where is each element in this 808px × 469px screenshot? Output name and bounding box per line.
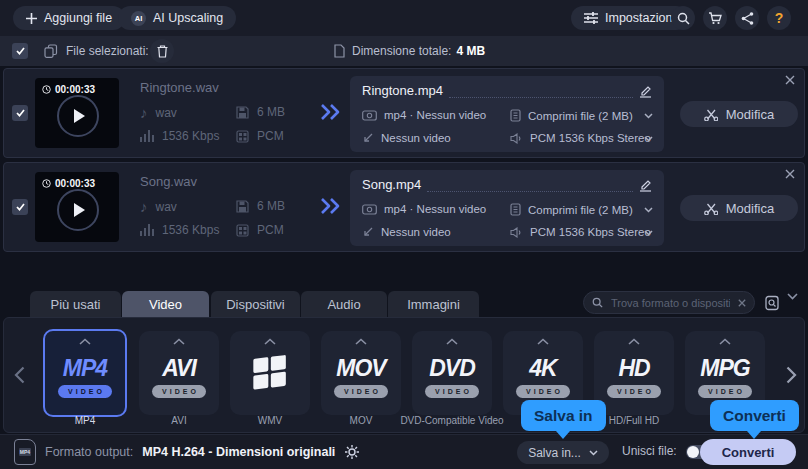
compress-value: Comprimi file (2 MB) — [528, 204, 633, 216]
output-video-value: Nessun video — [381, 226, 451, 238]
compress-file-dropdown[interactable]: Comprimi file (2 MB) — [510, 109, 633, 122]
tab-video[interactable]: Video — [122, 291, 209, 318]
tab-label: Video — [149, 297, 182, 312]
audio-settings-dropdown[interactable]: PCM 1536 Kbps Stereo — [510, 132, 651, 144]
cart-icon — [708, 12, 722, 25]
merge-files-label: Unisci file: — [622, 444, 677, 458]
collapse-panel-chevron[interactable] — [787, 293, 798, 300]
pencil-icon[interactable] — [639, 84, 652, 98]
output-video-info: Nessun video — [362, 132, 451, 144]
format-tile-hd[interactable]: HD VIDEO — [594, 331, 674, 415]
source-bitrate: 1536 Kbps — [140, 223, 219, 237]
source-size-value: 6 MB — [257, 105, 285, 119]
search-button[interactable] — [671, 6, 695, 30]
scissors-icon — [704, 108, 718, 121]
music-note-icon: ♪ — [140, 198, 148, 215]
share-icon — [741, 12, 754, 25]
output-name-field[interactable]: Ringtone.mp4 — [362, 83, 652, 98]
audio-settings-value: PCM 1536 Kbps Stereo — [530, 132, 651, 144]
clock-icon — [42, 179, 51, 188]
check-icon — [16, 203, 25, 211]
browse-formats-button[interactable] — [760, 291, 784, 315]
select-all-checkbox[interactable] — [12, 43, 28, 59]
help-button[interactable]: ? — [767, 6, 791, 30]
search-input[interactable] — [609, 296, 732, 310]
gear-icon[interactable] — [344, 444, 360, 460]
edit-button[interactable]: Modifica — [680, 101, 798, 127]
share-button[interactable] — [735, 6, 759, 30]
chevron-up-icon — [264, 338, 276, 345]
source-size-value: 6 MB — [257, 199, 285, 213]
media-thumbnail[interactable]: 00:00:33 — [35, 172, 119, 242]
footer-bar: MP4 Formato output: MP4 H.264 - Dimensio… — [0, 434, 808, 469]
top-toolbar: Aggiungi file AI AI Upscaling Impostazio… — [0, 0, 808, 36]
format-badge: VIDEO — [425, 385, 479, 398]
codec-icon — [236, 224, 249, 237]
convert-button[interactable]: Converti — [700, 439, 796, 465]
tab-immagini[interactable]: Immagini — [388, 291, 479, 318]
toggle-knob — [687, 446, 699, 458]
eq-bars-icon — [140, 224, 154, 236]
check-icon — [16, 47, 25, 55]
format-logo: DVD — [412, 355, 492, 382]
audio-settings-value: PCM 1536 Kbps Stereo — [530, 226, 651, 238]
format-badge: VIDEO — [152, 385, 206, 398]
output-format-value: mp4 · Nessun video — [384, 203, 486, 215]
format-tile-wmv[interactable] — [230, 331, 310, 415]
music-note-icon: ♪ — [140, 104, 148, 121]
pencil-icon[interactable] — [639, 178, 652, 192]
audio-settings-dropdown[interactable]: PCM 1536 Kbps Stereo — [510, 226, 651, 238]
source-size: 6 MB — [236, 199, 285, 213]
tab-piu-usati[interactable]: Più usati — [30, 291, 121, 318]
add-file-button[interactable]: Aggiungi file — [13, 6, 125, 30]
tab-label: Più usati — [51, 297, 101, 312]
chevron-down-icon — [589, 450, 598, 456]
tab-label: Dispositivi — [226, 297, 285, 312]
chevron-up-icon — [719, 338, 731, 345]
source-size: 6 MB — [236, 105, 285, 119]
format-badge: VIDEO — [58, 385, 112, 398]
source-file-name: Ringtone.wav — [140, 80, 219, 95]
callout-save-label: Salva in — [534, 407, 593, 424]
output-format-info: mp4 · Nessun video — [362, 109, 486, 121]
compress-value: Comprimi file (2 MB) — [528, 110, 633, 122]
callout-converti: Converti — [710, 400, 799, 431]
total-size-status: Dimensione totale: 4 MB — [352, 44, 485, 58]
close-icon[interactable] — [785, 169, 795, 179]
clear-search-icon[interactable] — [738, 299, 746, 307]
ai-upscaling-button[interactable]: AI AI Upscaling — [118, 6, 236, 30]
format-tile-mov[interactable]: MOV VIDEO — [321, 331, 401, 415]
format-search-field[interactable] — [583, 291, 755, 314]
edit-button[interactable]: Modifica — [680, 195, 798, 221]
compress-file-dropdown[interactable]: Comprimi file (2 MB) — [510, 203, 633, 216]
close-icon[interactable] — [785, 75, 795, 85]
chevron-down-icon[interactable] — [644, 207, 653, 213]
cart-button[interactable] — [703, 6, 727, 30]
row-checkbox[interactable] — [12, 105, 28, 121]
carousel-right-arrow[interactable] — [786, 366, 797, 384]
format-tile-avi[interactable]: AVI VIDEO — [139, 331, 219, 415]
delete-files-button[interactable] — [150, 39, 174, 63]
chevron-down-icon[interactable] — [644, 136, 653, 142]
media-thumbnail[interactable]: 00:00:33 — [35, 78, 119, 148]
tab-audio[interactable]: Audio — [301, 291, 387, 318]
chevron-up-icon — [355, 338, 367, 345]
format-tile-mp4[interactable]: MP4 VIDEO — [43, 329, 127, 417]
tab-dispositivi[interactable]: Dispositivi — [211, 291, 300, 318]
format-logo: AVI — [139, 355, 219, 382]
chevron-down-icon[interactable] — [644, 113, 653, 119]
chevron-down-icon[interactable] — [644, 230, 653, 236]
play-button[interactable] — [57, 95, 99, 137]
eq-bars-icon — [140, 130, 154, 142]
output-name-field[interactable]: Song.mp4 — [362, 177, 652, 192]
save-to-button[interactable]: Salva in... — [517, 441, 609, 464]
tab-label: Audio — [327, 297, 360, 312]
windows-logo — [250, 351, 290, 391]
source-format-value: wav — [156, 200, 177, 214]
row-checkbox[interactable] — [12, 199, 28, 215]
carousel-left-arrow[interactable] — [14, 366, 25, 384]
callout-salva-in: Salva in — [521, 400, 606, 431]
play-button[interactable] — [57, 189, 99, 231]
source-codec: PCM — [236, 129, 284, 143]
format-tile-dvd[interactable]: DVD VIDEO — [412, 331, 492, 415]
